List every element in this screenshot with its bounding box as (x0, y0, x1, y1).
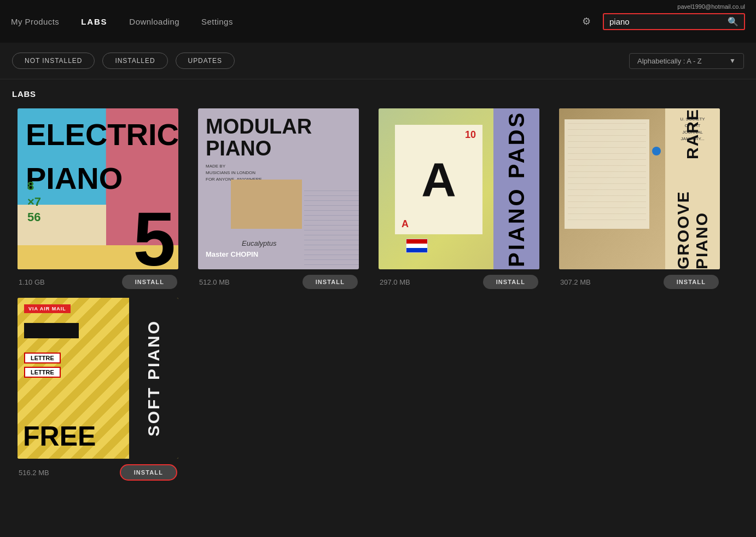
install-button-rare-groove-piano[interactable]: INSTALL (664, 275, 719, 289)
nav-downloading[interactable]: Downloading (129, 17, 179, 26)
nav-my-products[interactable]: My Products (11, 17, 59, 26)
filter-bar: NOT INSTALLED INSTALLED UPDATES Alphabet… (0, 43, 756, 79)
chevron-down-icon: ▼ (729, 57, 736, 65)
product-info-rare-groove-piano: 307.2 MB INSTALL (559, 275, 720, 289)
product-thumbnail-electric-piano: ELECTRIC PIANO 8×756 5 (18, 108, 178, 269)
section-title: LABS (0, 79, 756, 104)
install-button-modular-piano[interactable]: INSTALL (303, 275, 358, 289)
filter-updates[interactable]: UPDATES (176, 53, 235, 69)
nav-settings[interactable]: Settings (201, 17, 233, 26)
product-info-soft-piano: 516.2 MB INSTALL (18, 464, 178, 481)
nav-labs[interactable]: LABS (81, 17, 107, 26)
top-bar: My Products LABS Downloading Settings ⚙ … (0, 0, 756, 43)
gear-icon[interactable]: ⚙ (582, 15, 591, 27)
product-size-electric-piano: 1.10 GB (19, 278, 45, 286)
product-size-rare-groove-piano: 307.2 MB (560, 278, 591, 286)
product-thumbnail-piano-pads: 10 A A PIANO PADS (379, 108, 539, 269)
install-button-electric-piano[interactable]: INSTALL (122, 275, 177, 289)
install-button-soft-piano[interactable]: INSTALL (120, 464, 177, 481)
sort-label: Alphabetically : A - Z (637, 57, 702, 65)
product-item-soft-piano: VIA AIR MAIL LETTRE LETTRE FREE SOFT PIA… (12, 298, 184, 481)
product-grid-row2: VIA AIR MAIL LETTRE LETTRE FREE SOFT PIA… (0, 293, 756, 485)
search-icon[interactable]: 🔍 (728, 16, 738, 27)
product-item-piano-pads: 10 A A PIANO PADS 297.0 MB INSTALL (373, 108, 545, 289)
product-item-electric-piano: ELECTRIC PIANO 8×756 5 1.10 GB INSTALL (12, 108, 184, 289)
sort-dropdown[interactable]: Alphabetically : A - Z ▼ (629, 53, 744, 69)
product-item-modular-piano: MODULAR PIANO MADE BYMUSICIANS IN LONDON… (193, 108, 364, 289)
product-thumbnail-rare-groove-piano: U. SOCIETYOF ARTJOURNALJANUARY... RARE G… (559, 108, 720, 269)
product-info-piano-pads: 297.0 MB INSTALL (379, 275, 539, 289)
product-item-rare-groove-piano: U. SOCIETYOF ARTJOURNALJANUARY... RARE G… (554, 108, 725, 289)
nav-items: My Products LABS Downloading Settings (11, 17, 582, 26)
install-button-piano-pads[interactable]: INSTALL (483, 275, 538, 289)
search-box: 🔍 (603, 13, 745, 30)
product-info-modular-piano: 512.0 MB INSTALL (198, 275, 359, 289)
product-info-electric-piano: 1.10 GB INSTALL (18, 275, 178, 289)
product-grid: ELECTRIC PIANO 8×756 5 1.10 GB INSTALL M… (0, 104, 756, 293)
search-input[interactable] (609, 17, 728, 26)
product-size-soft-piano: 516.2 MB (19, 469, 49, 477)
product-thumbnail-soft-piano: VIA AIR MAIL LETTRE LETTRE FREE SOFT PIA… (18, 298, 178, 459)
filter-installed[interactable]: INSTALLED (102, 53, 167, 69)
product-thumbnail-modular-piano: MODULAR PIANO MADE BYMUSICIANS IN LONDON… (198, 108, 359, 269)
user-email: pavel1990@hotmail.co.ul (677, 3, 745, 10)
product-size-piano-pads: 297.0 MB (380, 278, 410, 286)
product-size-modular-piano: 512.0 MB (199, 278, 230, 286)
filter-not-installed[interactable]: NOT INSTALLED (12, 53, 95, 69)
nav-right: ⚙ 🔍 (582, 13, 745, 30)
